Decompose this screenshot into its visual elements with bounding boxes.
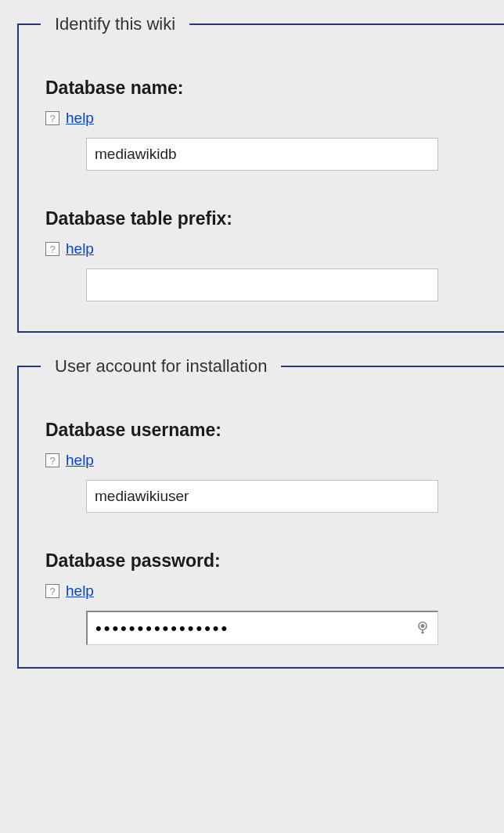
fieldset-user-account: User account for installation Database u… (17, 356, 504, 669)
legend-identify-wiki: Identify this wiki (41, 14, 189, 34)
help-icon: ? (45, 242, 59, 256)
help-icon: ? (45, 111, 59, 125)
help-row-db-name: ? help (45, 110, 481, 127)
help-row-db-password: ? help (45, 582, 481, 600)
fieldset-identify-wiki: Identify this wiki Database name: ? help… (17, 14, 504, 333)
help-icon: ? (45, 453, 59, 467)
help-icon: ? (45, 584, 59, 598)
field-group-db-password: Database password: ? help (19, 550, 504, 645)
key-icon[interactable] (415, 620, 430, 636)
help-link-db-name[interactable]: help (66, 110, 94, 127)
input-db-prefix[interactable] (86, 269, 438, 301)
label-db-prefix: Database table prefix: (45, 208, 481, 229)
input-db-name[interactable] (86, 138, 438, 171)
label-db-username: Database username: (45, 420, 481, 441)
label-db-password: Database password: (45, 550, 481, 572)
svg-point-1 (421, 625, 423, 627)
legend-user-account: User account for installation (41, 356, 281, 377)
help-link-db-username[interactable]: help (66, 452, 94, 469)
help-row-db-username: ? help (45, 452, 481, 469)
input-db-password[interactable] (86, 611, 438, 645)
help-row-db-prefix: ? help (45, 240, 481, 258)
field-group-db-name: Database name: ? help (19, 78, 504, 171)
input-db-username[interactable] (86, 480, 438, 513)
field-group-db-prefix: Database table prefix: ? help (19, 208, 504, 301)
field-group-db-username: Database username: ? help (19, 420, 504, 513)
help-link-db-prefix[interactable]: help (66, 240, 94, 258)
help-link-db-password[interactable]: help (66, 582, 94, 600)
label-db-name: Database name: (45, 78, 481, 99)
